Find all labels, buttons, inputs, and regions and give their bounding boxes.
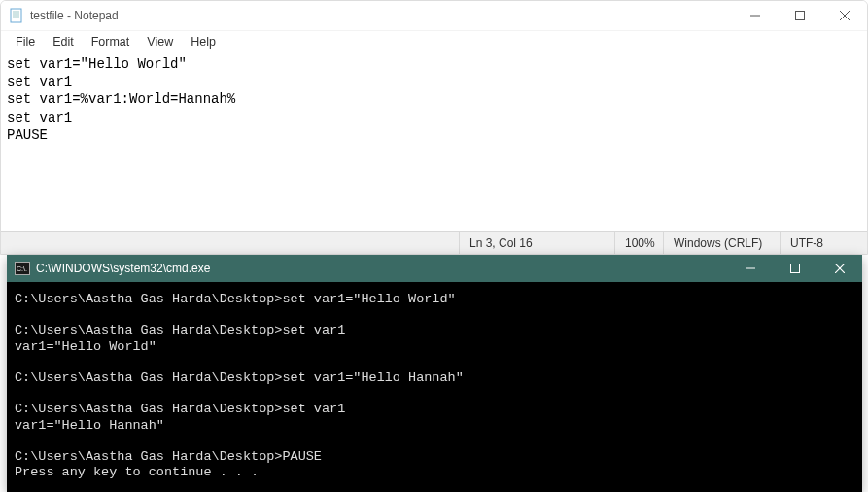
notepad-title: testfile - Notepad <box>30 9 733 22</box>
notepad-titlebar[interactable]: testfile - Notepad <box>1 1 867 30</box>
menu-view[interactable]: View <box>138 33 182 51</box>
close-button[interactable] <box>822 1 867 30</box>
notepad-window-controls <box>733 1 867 30</box>
menu-help[interactable]: Help <box>182 33 225 51</box>
minimize-button[interactable] <box>733 1 778 30</box>
status-encoding: UTF-8 <box>780 232 867 254</box>
notepad-statusbar: Ln 3, Col 16 100% Windows (CRLF) UTF-8 <box>1 231 867 254</box>
cmd-titlebar[interactable]: C:\. C:\WINDOWS\system32\cmd.exe <box>7 255 862 282</box>
cmd-maximize-button[interactable] <box>773 255 817 282</box>
menu-edit[interactable]: Edit <box>44 33 83 51</box>
cmd-app-icon: C:\. <box>15 262 30 275</box>
cmd-terminal-output[interactable]: C:\Users\Aastha Gas Harda\Desktop>set va… <box>7 282 862 492</box>
status-position: Ln 3, Col 16 <box>459 232 614 254</box>
notepad-app-icon <box>9 8 24 23</box>
maximize-button[interactable] <box>778 1 822 30</box>
status-lineending: Windows (CRLF) <box>663 232 780 254</box>
cmd-window: C:\. C:\WINDOWS\system32\cmd.exe C:\User… <box>7 255 862 492</box>
cmd-close-button[interactable] <box>817 255 862 282</box>
cmd-minimize-button[interactable] <box>728 255 773 282</box>
status-zoom: 100% <box>614 232 663 254</box>
svg-rect-10 <box>791 264 800 273</box>
cmd-window-controls <box>728 255 862 282</box>
notepad-window: testfile - Notepad File Edit Format View… <box>0 0 868 255</box>
svg-rect-6 <box>796 12 805 20</box>
notepad-menubar: File Edit Format View Help <box>1 30 867 52</box>
notepad-text-area[interactable]: set var1="Hello World" set var1 set var1… <box>1 52 867 231</box>
menu-file[interactable]: File <box>7 33 44 51</box>
menu-format[interactable]: Format <box>83 33 139 51</box>
cmd-title: C:\WINDOWS\system32\cmd.exe <box>36 262 728 275</box>
